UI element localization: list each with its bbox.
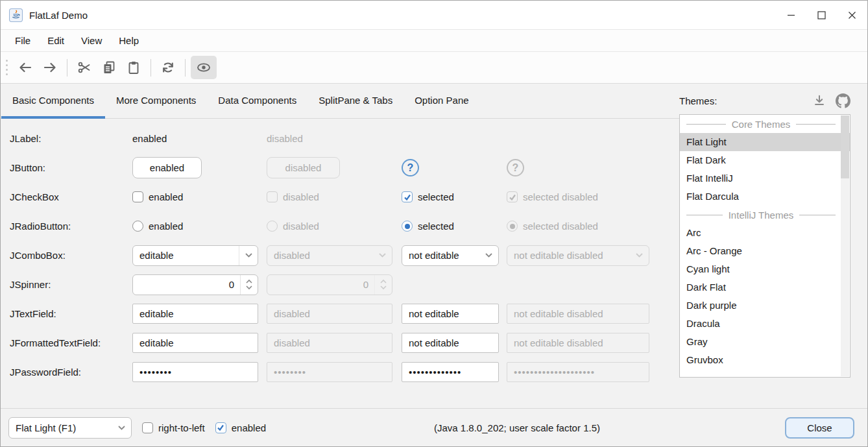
checkbox-label: enabled [149, 191, 183, 202]
passwordfield-editable[interactable]: •••••••• [132, 362, 258, 382]
theme-item-dark-flat[interactable]: Dark Flat [680, 278, 850, 296]
theme-item-flat-intellij[interactable]: Flat IntelliJ [680, 169, 850, 187]
window-controls [776, 1, 867, 29]
show-toggle-button[interactable] [191, 56, 217, 79]
theme-item-arc-orange[interactable]: Arc - Orange [680, 242, 850, 260]
flatlaf-demo-window: FlatLaf Demo File Edit View Help [0, 0, 868, 447]
theme-item-gray[interactable]: Gray [680, 333, 850, 351]
theme-item-flat-light[interactable]: Flat Light [680, 133, 850, 151]
combobox-value: disabled [267, 250, 373, 261]
checkbox-selected-disabled: selected disabled [507, 191, 598, 202]
tab-bar: Basic Components More Components Data Co… [1, 84, 679, 119]
help-button-disabled: ? [507, 159, 524, 176]
paste-button[interactable] [122, 56, 145, 79]
separator-label: IntelliJ Themes [729, 210, 794, 221]
spinner-value[interactable]: 0 [133, 279, 240, 290]
menu-edit[interactable]: Edit [39, 30, 73, 51]
jformattedtextfield-row: JFormattedTextField: editable disabled n… [10, 328, 679, 357]
jcombobox-row-label: JComboBox: [10, 250, 132, 261]
cut-button[interactable] [73, 56, 96, 79]
textfield-not-editable[interactable]: not editable [402, 304, 499, 324]
theme-item-dracula[interactable]: Dracula [680, 315, 850, 333]
forward-button[interactable] [38, 56, 62, 79]
jspinner-row: JSpinner: 0 0 [10, 270, 679, 299]
jcheckbox-row-label: JCheckBox [10, 191, 132, 202]
tab-option-pane[interactable]: Option Pane [404, 84, 479, 119]
close-icon [848, 11, 856, 19]
checkbox-label: disabled [283, 191, 319, 202]
radio-selected[interactable]: selected [402, 221, 454, 232]
github-button[interactable] [835, 93, 850, 108]
paste-icon [126, 60, 141, 75]
help-button[interactable]: ? [402, 159, 419, 176]
menu-file[interactable]: File [6, 30, 39, 51]
jcheckbox-row: JCheckBox enabled disabled selected sele… [10, 182, 679, 211]
tab-data-components[interactable]: Data Components [207, 84, 307, 119]
checkbox-label: enabled [232, 422, 266, 433]
laf-selector-value: Flat Light (F1) [9, 422, 112, 433]
themes-scrollbar[interactable] [841, 115, 849, 376]
back-button[interactable] [14, 56, 37, 79]
checkbox-selected[interactable]: selected [402, 191, 454, 202]
tab-basic-components[interactable]: Basic Components [1, 84, 105, 119]
chevron-down-icon[interactable] [479, 246, 498, 265]
tabbed-pane: Basic Components More Components Data Co… [1, 84, 679, 408]
tab-splitpane-tabs[interactable]: SplitPane & Tabs [307, 84, 404, 119]
combobox-not-editable-disabled: not editable disabled [507, 245, 649, 266]
theme-item-gruvbox[interactable]: Gruvbox [680, 351, 850, 369]
theme-item-cyan-light[interactable]: Cyan light [680, 260, 850, 278]
combobox-not-editable[interactable]: not editable [402, 245, 499, 266]
passwordfield-not-editable[interactable]: ••••••••••••• [402, 362, 499, 382]
refresh-icon [160, 60, 176, 75]
tab-more-components[interactable]: More Components [105, 84, 207, 119]
checkbox-enabled[interactable]: enabled [132, 191, 183, 202]
close-window-button[interactable] [837, 1, 867, 29]
maximize-button[interactable] [806, 1, 837, 29]
copy-button[interactable] [97, 56, 121, 79]
combobox-value: not editable disabled [507, 250, 630, 261]
theme-item-flat-darcula[interactable]: Flat Darcula [680, 187, 850, 206]
radio-enabled[interactable]: enabled [132, 221, 183, 232]
laf-selector-combobox[interactable]: Flat Light (F1) [8, 417, 132, 439]
back-icon [18, 60, 33, 75]
spinner-value: 0 [267, 279, 374, 290]
radio-label: disabled [283, 221, 319, 232]
menu-help[interactable]: Help [110, 30, 147, 51]
spinner-enabled[interactable]: 0 [132, 274, 258, 295]
checkbox-label: right-to-left [158, 422, 205, 433]
scrollbar-thumb[interactable] [841, 115, 849, 178]
menu-view[interactable]: View [73, 30, 110, 51]
enabled-checkbox[interactable]: enabled [215, 422, 266, 433]
spinner-arrows-icon[interactable] [240, 275, 258, 295]
toolbar-separator [151, 59, 151, 77]
right-to-left-checkbox[interactable]: right-to-left [142, 422, 205, 433]
java-coffee-cup-icon [9, 8, 23, 22]
formattedfield-editable[interactable]: editable [132, 333, 258, 353]
menubar: File Edit View Help [1, 30, 867, 52]
chevron-down-icon[interactable] [112, 418, 131, 438]
textfield-editable[interactable]: editable [132, 304, 258, 324]
minimize-button[interactable] [776, 1, 806, 29]
chevron-down-icon[interactable] [239, 246, 258, 265]
window-title: FlatLaf Demo [29, 10, 88, 21]
combobox-editable[interactable]: editable [132, 245, 258, 266]
radio-circle [267, 221, 278, 232]
toolbar-grip[interactable] [6, 60, 8, 75]
theme-item-arc[interactable]: Arc [680, 224, 850, 242]
download-themes-button[interactable] [812, 93, 827, 108]
radio-circle [132, 221, 143, 232]
theme-item-dark-purple[interactable]: Dark purple [680, 296, 850, 315]
passwordfield-not-editable-disabled: •••••••••••••••••••• [507, 362, 649, 382]
formattedfield-not-editable[interactable]: not editable [402, 333, 499, 353]
radio-disabled: disabled [267, 221, 319, 232]
jspinner-row-label: JSpinner: [10, 279, 132, 290]
checkbox-box [215, 422, 226, 433]
toolbar-separator [185, 59, 186, 77]
themes-label: Themes: [679, 95, 717, 106]
theme-item-flat-dark[interactable]: Flat Dark [680, 151, 850, 169]
jlabel-row-label: JLabel: [10, 133, 132, 144]
jbutton-enabled[interactable]: enabled [132, 157, 202, 178]
close-button[interactable]: Close [785, 417, 854, 439]
refresh-button[interactable] [156, 56, 180, 79]
jradiobutton-row: JRadioButton: enabled disabled selected … [10, 211, 679, 241]
